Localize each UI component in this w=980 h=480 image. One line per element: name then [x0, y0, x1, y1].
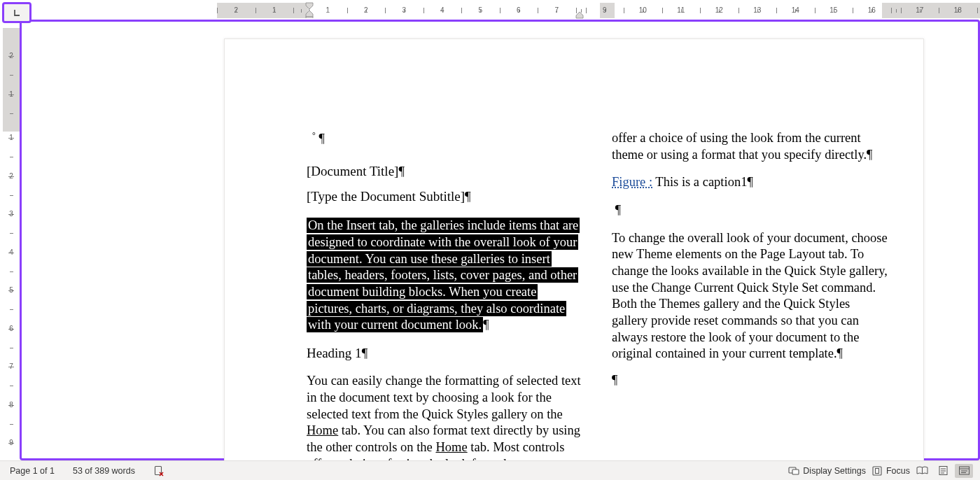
figure-field[interactable]: Figure :: [612, 175, 652, 189]
home-link-2[interactable]: Home: [435, 440, 467, 454]
tab-left-icon: [12, 8, 22, 17]
empty-para-1[interactable]: ¶: [612, 202, 888, 219]
focus-icon: [872, 465, 883, 477]
svg-rect-2: [306, 17, 313, 18]
print-layout-icon: [937, 465, 949, 476]
document-subtitle-field[interactable]: [Type the Document Subtitle]¶: [307, 188, 583, 205]
view-mode-buttons: [913, 464, 973, 478]
svg-rect-6: [792, 470, 799, 474]
focus-button[interactable]: Focus: [869, 465, 913, 477]
home-link-1[interactable]: Home: [307, 423, 338, 437]
first-line-indent-marker[interactable]: [305, 1, 314, 21]
display-settings-icon: [788, 465, 799, 477]
paragraph-3[interactable]: offer a choice of using the look from th…: [612, 130, 888, 163]
svg-marker-1: [306, 10, 313, 17]
figure-caption-line[interactable]: Figure : This is a caption1¶: [612, 174, 888, 191]
read-mode-icon: [916, 465, 928, 476]
svg-marker-3: [576, 12, 583, 18]
svg-rect-7: [873, 467, 881, 475]
vertical-ruler[interactable]: 21123456789: [3, 28, 20, 460]
svg-marker-0: [306, 3, 313, 9]
web-layout-icon: [958, 465, 970, 476]
right-indent-marker[interactable]: [575, 9, 584, 22]
display-settings-button[interactable]: Display Settings: [785, 465, 869, 477]
web-layout-button[interactable]: [955, 464, 973, 478]
document-page[interactable]: ° ¶ [Document Title]¶ [Type the Document…: [224, 38, 924, 472]
word-count[interactable]: 53 of 389 words: [70, 466, 138, 476]
empty-first-line: ° ¶: [312, 130, 583, 148]
paragraph-4[interactable]: To change the overall look of your docum…: [612, 230, 888, 362]
tab-stop-selector[interactable]: [2, 2, 31, 23]
column-1: ° ¶ [Document Title]¶ [Type the Document…: [307, 130, 583, 480]
read-mode-button[interactable]: [913, 464, 931, 478]
paragraph-2[interactable]: You can easily change the formatting of …: [307, 373, 583, 472]
status-bar: Page 1 of 1 53 of 389 words Display Sett…: [0, 460, 980, 480]
v-ruler-ticks: 21123456789: [3, 28, 20, 460]
selected-paragraph[interactable]: On the Insert tab, the galleries include…: [307, 218, 583, 334]
empty-para-2[interactable]: ¶: [612, 372, 888, 389]
h-ruler-ticks: 211234567910111213141516171819: [217, 3, 980, 18]
svg-rect-8: [875, 468, 878, 473]
column-2: offer a choice of using the look from th…: [612, 130, 888, 397]
proofing-errors-button[interactable]: [150, 465, 167, 477]
print-layout-button[interactable]: [934, 464, 952, 478]
document-title-field[interactable]: [Document Title]¶: [307, 163, 583, 180]
proofing-error-icon: [153, 465, 164, 477]
page-indicator[interactable]: Page 1 of 1: [7, 466, 57, 476]
heading-1[interactable]: Heading 1¶: [307, 345, 583, 362]
horizontal-ruler[interactable]: 211234567910111213141516171819: [0, 3, 980, 18]
